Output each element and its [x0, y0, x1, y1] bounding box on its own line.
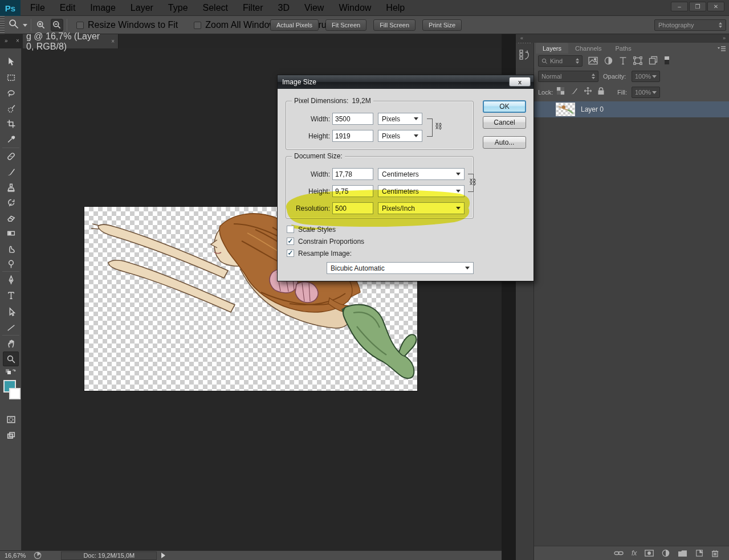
restore-button[interactable]: ❐ — [689, 2, 706, 11]
menu-filter[interactable]: Filter — [235, 0, 271, 16]
fill-field[interactable]: 100% — [632, 87, 660, 98]
history-brush-tool[interactable] — [3, 195, 19, 210]
brush-tool[interactable] — [3, 164, 19, 179]
lock-position-icon[interactable] — [584, 87, 592, 95]
lasso-tool[interactable] — [3, 85, 19, 100]
cancel-button[interactable]: Cancel — [483, 116, 526, 129]
resolution-input[interactable] — [332, 202, 373, 214]
workspace-switcher[interactable]: Photography — [654, 19, 726, 31]
screen-mode-button[interactable] — [3, 428, 19, 443]
expand-panels-icon[interactable]: » — [723, 35, 726, 41]
zoom-in-button[interactable] — [35, 19, 47, 31]
menu-type[interactable]: Type — [161, 0, 196, 16]
resample-image-checkbox[interactable] — [287, 250, 294, 257]
doc-width-unit-dropdown[interactable]: Centimeters — [378, 168, 465, 180]
minimize-button[interactable]: – — [671, 2, 688, 11]
menu-window[interactable]: Window — [331, 0, 378, 16]
actual-pixels-button[interactable]: Actual Pixels — [270, 19, 319, 31]
layer-effects-fx-icon[interactable]: fx — [632, 549, 637, 557]
lock-all-icon[interactable] — [597, 87, 605, 95]
blend-mode-dropdown[interactable]: Normal — [538, 71, 598, 82]
panel-menu-icon[interactable] — [717, 44, 726, 55]
lock-transparency-icon[interactable] — [556, 87, 565, 95]
menu-edit[interactable]: Edit — [52, 0, 83, 16]
opacity-field[interactable]: 100% — [632, 71, 660, 82]
fill-screen-button[interactable]: Fill Screen — [373, 19, 416, 31]
tab-channels[interactable]: Channels — [568, 43, 608, 54]
crop-tool[interactable] — [3, 116, 19, 131]
filter-toggle-icon[interactable] — [664, 56, 670, 65]
default-swap-colors-icon[interactable] — [3, 367, 19, 378]
zoom-all-windows-checkbox[interactable] — [194, 22, 201, 29]
document-tab[interactable]: g @ 16,7% (Layer 0, RGB/8) × — [23, 34, 119, 48]
auto-button[interactable]: Auto... — [483, 136, 526, 149]
quick-mask-button[interactable] — [3, 412, 19, 427]
menu-layer[interactable]: Layer — [123, 0, 161, 16]
doc-width-input[interactable] — [332, 168, 373, 180]
filter-smart-objects-icon[interactable] — [649, 56, 658, 65]
menu-help[interactable]: Help — [378, 0, 412, 16]
layer-thumbnail[interactable] — [556, 103, 575, 116]
type-tool[interactable] — [3, 288, 19, 303]
link-layers-icon[interactable] — [614, 550, 624, 556]
px-width-unit-dropdown[interactable]: Pixels — [378, 113, 422, 125]
new-adjustment-layer-icon[interactable] — [662, 549, 670, 557]
menu-view[interactable]: View — [297, 0, 331, 16]
resample-method-dropdown[interactable]: Bicubic Automatic — [327, 262, 474, 274]
menu-select[interactable]: Select — [196, 0, 235, 16]
filter-adjustment-layers-icon[interactable] — [604, 56, 613, 65]
dodge-tool[interactable] — [3, 256, 19, 271]
status-options-arrow-icon[interactable] — [161, 553, 165, 558]
tool-preset-caret-icon[interactable] — [23, 24, 27, 27]
pen-tool[interactable] — [3, 272, 19, 287]
print-size-button[interactable]: Print Size — [422, 19, 462, 31]
layer-row[interactable]: Layer 0 — [534, 101, 729, 117]
dialog-close-button[interactable]: x — [509, 77, 531, 87]
collapse-panels-icon[interactable]: « — [520, 35, 523, 41]
quick-selection-tool[interactable] — [3, 101, 19, 116]
smudge-tool[interactable] — [3, 241, 19, 256]
filter-type-layers-icon[interactable] — [619, 56, 627, 65]
zoom-out-button[interactable] — [51, 19, 63, 31]
menu-image[interactable]: Image — [83, 0, 123, 16]
zoom-tool[interactable] — [3, 351, 19, 366]
gradient-tool[interactable] — [3, 226, 19, 240]
doc-height-unit-dropdown[interactable]: Centimeters — [378, 185, 465, 197]
menu-file[interactable]: File — [23, 0, 52, 16]
tab-close-all-icon[interactable]: × — [16, 38, 19, 44]
new-group-icon[interactable] — [678, 550, 687, 557]
path-selection-tool[interactable] — [3, 304, 19, 319]
fit-screen-button[interactable]: Fit Screen — [325, 19, 366, 31]
px-width-input[interactable] — [332, 113, 373, 125]
delete-layer-trash-icon[interactable] — [711, 549, 719, 557]
rectangular-marquee-tool[interactable] — [3, 70, 19, 85]
tab-paths[interactable]: Paths — [609, 43, 638, 54]
ok-button[interactable]: OK — [483, 100, 526, 113]
resize-windows-checkbox[interactable] — [76, 22, 84, 29]
resolution-unit-dropdown[interactable]: Pixels/Inch — [378, 202, 465, 214]
filter-pixel-layers-icon[interactable] — [588, 56, 598, 65]
tab-overflow-icon[interactable]: » — [5, 38, 8, 44]
new-layer-icon[interactable] — [695, 549, 703, 557]
close-button[interactable]: ✕ — [707, 2, 724, 11]
menu-3d[interactable]: 3D — [271, 0, 297, 16]
zoom-level-field[interactable]: 16,67% — [5, 552, 26, 559]
clone-stamp-tool[interactable] — [3, 179, 19, 194]
move-tool[interactable] — [3, 54, 19, 69]
eraser-tool[interactable] — [3, 210, 19, 225]
tab-close-icon[interactable]: × — [111, 38, 115, 44]
px-height-input[interactable] — [332, 130, 373, 142]
tab-layers[interactable]: Layers — [536, 43, 568, 54]
line-tool[interactable] — [3, 320, 19, 335]
hand-tool[interactable] — [3, 336, 19, 351]
dialog-title-bar[interactable]: Image Size — [278, 75, 533, 89]
zoom-tool-icon[interactable] — [8, 18, 19, 32]
scale-styles-checkbox[interactable] — [287, 226, 294, 233]
px-height-unit-dropdown[interactable]: Pixels — [378, 130, 422, 142]
doc-height-input[interactable] — [332, 185, 373, 197]
doc-size-indicator[interactable]: Doc: 19,2M/15,0M — [61, 551, 157, 560]
history-panel-icon[interactable] — [518, 48, 532, 63]
eyedropper-tool[interactable] — [3, 132, 19, 146]
add-layer-mask-icon[interactable] — [645, 550, 654, 557]
constrain-proportions-checkbox[interactable] — [287, 238, 294, 245]
